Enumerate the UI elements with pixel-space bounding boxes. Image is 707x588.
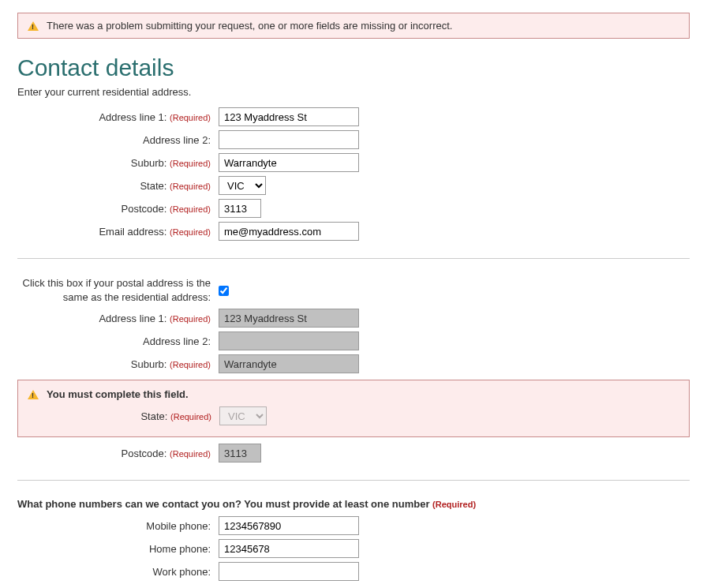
field-error-message: You must complete this field. [47, 388, 189, 400]
warning-icon [28, 390, 39, 399]
mobile-phone-input[interactable] [219, 516, 359, 535]
label-work: Work phone: [17, 566, 219, 578]
label-home: Home phone: [17, 543, 219, 555]
label-same-postal: Click this box if your postal address is… [17, 276, 219, 305]
page-title: Contact details [17, 54, 690, 81]
section-hint: Enter your current residential address. [17, 86, 690, 98]
label-postal-suburb: Suburb: (Required) [17, 358, 219, 370]
residential-suburb-input[interactable] [219, 153, 359, 172]
label-email: Email address: (Required) [17, 226, 219, 238]
residential-addr2-input[interactable] [219, 130, 359, 149]
warning-icon [28, 21, 39, 31]
residential-addr1-input[interactable] [219, 107, 359, 126]
residential-state-select[interactable]: VIC [219, 176, 266, 195]
label-addr2: Address line 2: [17, 134, 219, 146]
label-postal-addr1: Address line 1: (Required) [17, 313, 219, 324]
label-postal-addr2: Address line 2: [17, 335, 219, 347]
residential-postcode-input[interactable] [219, 199, 261, 218]
same-postal-checkbox[interactable] [219, 286, 229, 296]
field-error-block: You must complete this field. State: (Re… [17, 380, 690, 437]
phone-question: What phone numbers can we contact you on… [17, 498, 690, 510]
work-phone-input[interactable] [219, 562, 359, 581]
postal-addr2-input [219, 331, 359, 350]
label-postal-postcode: Postcode: (Required) [17, 448, 219, 459]
divider [17, 258, 690, 259]
form-error-alert: There was a problem submitting your requ… [17, 13, 690, 39]
postal-suburb-input [219, 354, 359, 373]
postal-postcode-input [219, 444, 261, 463]
label-state: State: (Required) [17, 180, 219, 192]
label-suburb: Suburb: (Required) [17, 157, 219, 169]
postal-addr1-input [219, 309, 359, 328]
label-mobile: Mobile phone: [17, 520, 219, 532]
email-input[interactable] [219, 222, 359, 241]
postal-state-select: VIC [219, 406, 267, 425]
label-postal-state: State: (Required) [28, 410, 219, 422]
label-postcode: Postcode: (Required) [17, 203, 219, 215]
divider [17, 480, 690, 481]
home-phone-input[interactable] [219, 539, 359, 558]
alert-message: There was a problem submitting your requ… [47, 20, 452, 32]
label-addr1: Address line 1: (Required) [17, 111, 219, 123]
